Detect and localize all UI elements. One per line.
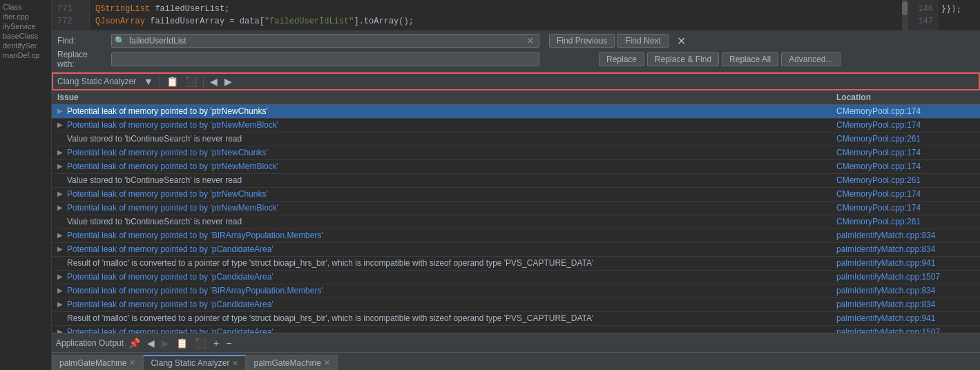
- issue-location[interactable]: palmIdentifyMatch.cpp:834: [836, 299, 974, 311]
- issue-location[interactable]: CMemoryPool.cpp:261: [836, 133, 974, 145]
- issue-location[interactable]: CMemoryPool.cpp:261: [836, 175, 974, 186]
- find-row: Find: 🔍 ✕ Find Previous Find Next ✕: [57, 34, 974, 48]
- expand-icon[interactable]: ▶: [57, 328, 64, 333]
- expand-icon[interactable]: ▶: [57, 204, 64, 211]
- issue-text: Potential leak of memory pointed to by '…: [67, 244, 836, 255]
- table-row[interactable]: Value stored to 'bContinueSearch' is nev…: [52, 174, 980, 188]
- issue-location[interactable]: CMemoryPool.cpp:261: [836, 216, 974, 228]
- code-line-1: QStringList failedUserList;: [95, 3, 496, 15]
- table-row[interactable]: ▶Potential leak of memory pointed to by …: [52, 105, 980, 119]
- analyzer-stop-btn[interactable]: ⬛: [183, 77, 199, 86]
- expand-icon[interactable]: ▶: [57, 148, 64, 156]
- sidebar-item-1: Class: [3, 3, 48, 11]
- left-sidebar: Class ifier.cpp ifyService baseClass den…: [0, 0, 52, 370]
- table-row[interactable]: Value stored to 'bContinueSearch' is nev…: [52, 215, 980, 229]
- table-row[interactable]: ▶Potential leak of memory pointed to by …: [52, 284, 980, 298]
- bottom-save-btn[interactable]: 📋: [174, 338, 190, 349]
- table-row[interactable]: ▶Potential leak of memory pointed to by …: [52, 202, 980, 215]
- table-row[interactable]: ▶Potential leak of memory pointed to by …: [52, 160, 980, 174]
- issue-text: Potential leak of memory pointed to by '…: [67, 188, 836, 200]
- advanced-button[interactable]: Advanced...: [781, 52, 840, 66]
- issue-location[interactable]: CMemoryPool.cpp:174: [836, 106, 974, 117]
- table-row[interactable]: ▶Potential leak of memory pointed to by …: [52, 298, 980, 312]
- issue-location[interactable]: palmIdentifyMatch.cpp:834: [836, 230, 974, 242]
- sidebar-item-4: baseClass: [3, 32, 48, 40]
- bottom-panel: Application Output 📌 ◀ ▶ 📋 ⬛ + −: [52, 333, 980, 352]
- tab-palmgate-1[interactable]: palmGateMachine ✕: [52, 355, 143, 370]
- table-row[interactable]: ▶Potential leak of memory pointed to by …: [52, 243, 980, 257]
- expand-icon[interactable]: ▶: [57, 107, 64, 115]
- bottom-clear-btn[interactable]: ⬛: [193, 338, 209, 349]
- tab-close-1[interactable]: ✕: [129, 358, 135, 367]
- table-row[interactable]: ▶Potential leak of memory pointed to by …: [52, 229, 980, 243]
- find-label: Find:: [57, 36, 107, 46]
- issue-location[interactable]: palmIdentifyMatch.cpp:1507: [836, 327, 974, 333]
- table-row[interactable]: ▶Potential leak of memory pointed to by …: [52, 119, 980, 133]
- find-input[interactable]: [128, 35, 525, 46]
- issue-text: Potential leak of memory pointed to by '…: [67, 299, 836, 311]
- replace-input[interactable]: [115, 54, 536, 65]
- find-close-button[interactable]: ✕: [674, 35, 689, 48]
- table-row[interactable]: Result of 'malloc' is converted to a poi…: [52, 257, 980, 271]
- issue-location[interactable]: CMemoryPool.cpp:174: [836, 161, 974, 173]
- expand-icon[interactable]: ▶: [57, 300, 64, 308]
- issue-location[interactable]: palmIdentifyMatch.cpp:941: [836, 257, 974, 269]
- table-row[interactable]: ▶Potential leak of memory pointed to by …: [52, 188, 980, 202]
- table-row[interactable]: ▶Potential leak of memory pointed to by …: [52, 271, 980, 284]
- issue-location[interactable]: palmIdentifyMatch.cpp:941: [836, 313, 974, 324]
- expand-icon[interactable]: ▶: [57, 286, 64, 294]
- replace-button[interactable]: Replace: [599, 52, 644, 66]
- bottom-prev-btn[interactable]: ◀: [145, 338, 157, 349]
- find-actions: Find Previous Find Next ✕: [549, 34, 689, 48]
- table-row[interactable]: ▶Potential leak of memory pointed to by …: [52, 146, 980, 160]
- issue-text: Result of 'malloc' is converted to a poi…: [67, 313, 836, 324]
- code-type-1: QStringList: [95, 4, 155, 14]
- issues-list: ▶Potential leak of memory pointed to by …: [52, 105, 980, 333]
- table-row[interactable]: Value stored to 'bContinueSearch' is nev…: [52, 133, 980, 146]
- issue-location[interactable]: palmIdentifyMatch.cpp:834: [836, 285, 974, 297]
- analyzer-prev-btn[interactable]: ◀: [208, 77, 220, 86]
- code-scrollbar[interactable]: [902, 0, 907, 30]
- issue-location[interactable]: CMemoryPool.cpp:174: [836, 147, 974, 159]
- tab-clang[interactable]: Clang Static Analyzer ✕: [143, 355, 246, 370]
- find-previous-button[interactable]: Find Previous: [549, 34, 615, 48]
- issue-text: Potential leak of memory pointed to by '…: [67, 147, 836, 159]
- issue-location[interactable]: CMemoryPool.cpp:174: [836, 119, 974, 131]
- issue-location[interactable]: CMemoryPool.cpp:174: [836, 188, 974, 200]
- col-issue-header: Issue: [57, 92, 836, 102]
- bottom-minus-btn[interactable]: −: [224, 338, 233, 349]
- table-row[interactable]: Result of 'malloc' is converted to a poi…: [52, 312, 980, 326]
- tab-palmgate-2[interactable]: palmGateMachine ✕: [246, 355, 337, 370]
- replace-all-button[interactable]: Replace All: [722, 52, 778, 66]
- issue-text: Potential leak of memory pointed to by '…: [67, 327, 836, 333]
- replace-actions: Replace Replace & Find Replace All Advan…: [599, 52, 840, 66]
- code-content: QStringList failedUserList; QJsonArray f…: [90, 0, 501, 30]
- code-area: 771 772 QStringList failedUserList; QJso…: [52, 0, 980, 31]
- expand-icon[interactable]: ▶: [57, 273, 64, 280]
- replace-find-button[interactable]: Replace & Find: [647, 52, 719, 66]
- expand-icon[interactable]: ▶: [57, 121, 64, 128]
- analyzer-dropdown-btn[interactable]: ▼: [142, 77, 155, 86]
- code-line-numbers: 771 772: [52, 0, 90, 30]
- issue-location[interactable]: palmIdentifyMatch.cpp:1507: [836, 271, 974, 283]
- code-scrollbar-thumb[interactable]: [902, 1, 907, 15]
- analyzer-next-btn[interactable]: ▶: [222, 77, 234, 86]
- tab-close-2[interactable]: ✕: [232, 359, 238, 368]
- expand-icon[interactable]: ▶: [57, 162, 64, 170]
- expand-icon[interactable]: ▶: [57, 190, 64, 197]
- tab-close-3[interactable]: ✕: [324, 358, 330, 367]
- sidebar-item-6: manDef.cp: [3, 51, 48, 59]
- issue-location[interactable]: CMemoryPool.cpp:174: [836, 202, 974, 214]
- find-clear-button[interactable]: ✕: [525, 35, 536, 46]
- analyzer-new-btn[interactable]: 📋: [164, 77, 180, 86]
- expand-icon[interactable]: ▶: [57, 245, 64, 253]
- issue-text: Potential leak of memory pointed to by '…: [67, 271, 836, 283]
- bottom-next-btn[interactable]: ▶: [160, 338, 171, 349]
- issue-location[interactable]: palmIdentifyMatch.cpp:834: [836, 244, 974, 255]
- table-row[interactable]: ▶Potential leak of memory pointed to by …: [52, 326, 980, 333]
- bottom-add-btn[interactable]: +: [211, 338, 221, 349]
- bottom-pin-btn[interactable]: 📌: [126, 338, 142, 349]
- find-next-button[interactable]: Find Next: [617, 34, 668, 48]
- expand-icon[interactable]: ▶: [57, 231, 64, 239]
- code-right-numbers: 146 147 148 149 150: [907, 0, 939, 30]
